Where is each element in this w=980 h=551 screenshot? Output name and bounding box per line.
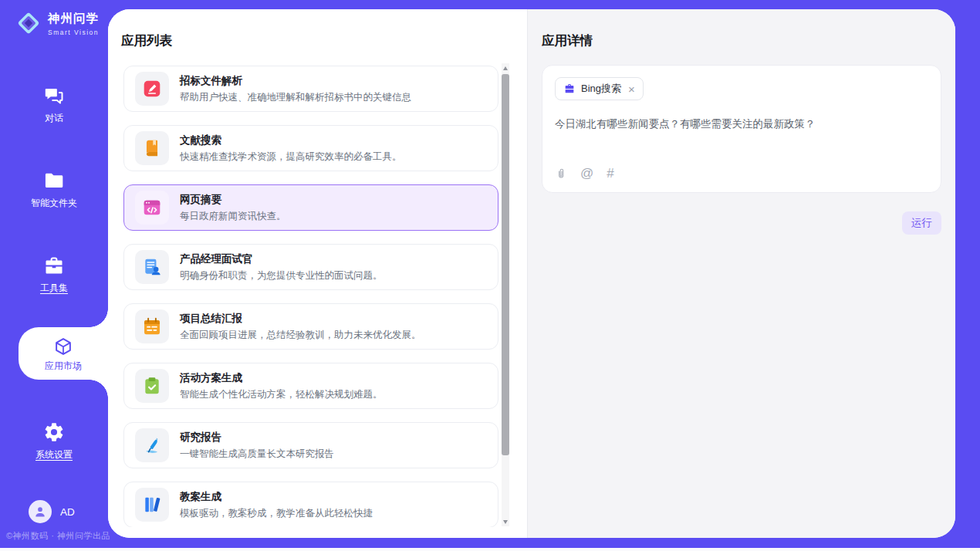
app-card-title: 项目总结汇报	[180, 312, 421, 326]
person-icon[interactable]	[29, 500, 52, 523]
app-card-title: 活动方案生成	[180, 371, 383, 385]
brand-name: 神州问学	[48, 11, 99, 27]
app-card-pm-interviewer[interactable]: 产品经理面试官 明确身份和职责，为您提供专业性的面试问题。	[123, 244, 498, 290]
hash-icon[interactable]: #	[607, 167, 613, 180]
scrollbar[interactable]	[502, 63, 509, 526]
app-card-title: 招标文件解析	[180, 74, 411, 88]
sidebar-item-label: 应用市场	[45, 360, 82, 373]
app-card-title: 教案生成	[180, 490, 373, 504]
composer-toolbar: @ #	[555, 167, 614, 180]
app-detail-title: 应用详情	[542, 32, 941, 48]
tool-chip[interactable]: Bing搜索 ×	[555, 77, 644, 100]
gear-icon	[0, 421, 108, 443]
main-content: 应用列表 招标文件解析 帮助用户快速、准确地理解和解析招标书中的关键信息 文献搜…	[108, 9, 955, 538]
app-list-panel: 应用列表 招标文件解析 帮助用户快速、准确地理解和解析招标书中的关键信息 文献搜…	[108, 9, 527, 538]
user-label: AD	[60, 506, 75, 518]
calendar-icon	[135, 309, 169, 343]
at-sign-icon[interactable]: @	[580, 167, 593, 180]
app-card-bid-document-analysis[interactable]: 招标文件解析 帮助用户快速、准确地理解和解析招标书中的关键信息	[123, 66, 498, 112]
run-button[interactable]: 运行	[902, 211, 941, 235]
app-card-list: 招标文件解析 帮助用户快速、准确地理解和解析招标书中的关键信息 文献搜索 快速精…	[123, 66, 498, 527]
close-icon[interactable]: ×	[628, 83, 635, 95]
app-card-description: 帮助用户快速、准确地理解和解析招标书中的关键信息	[180, 91, 411, 104]
clipboard-check-icon	[135, 369, 169, 403]
sidebar-item-label: 工具集	[40, 282, 68, 295]
cube-icon	[53, 336, 73, 357]
app-card-description: 一键智能生成高质量长文本研究报告	[180, 448, 334, 461]
sidebar-item-label: 对话	[45, 112, 63, 125]
sidebar-item-smart-folders[interactable]: 智能文件夹	[0, 170, 108, 210]
brand-logo: 神州问学 Smart Vision	[15, 10, 99, 36]
copyright-footer: ©神州数码 · 神州问学出品	[6, 530, 110, 542]
toolbox-icon	[0, 255, 108, 276]
sidebar-item-chat[interactable]: 对话	[0, 85, 108, 125]
scroll-down-arrow[interactable]	[502, 517, 509, 526]
interview-icon	[135, 250, 169, 284]
scroll-up-arrow[interactable]	[502, 63, 509, 73]
app-card-research-report[interactable]: 研究报告 一键智能生成高质量长文本研究报告	[123, 422, 498, 468]
books-icon	[135, 488, 169, 522]
sidebar-item-app-market[interactable]: 应用市场	[19, 327, 108, 380]
app-card-project-summary-report[interactable]: 项目总结汇报 全面回顾项目进展，总结经验教训，助力未来优化发展。	[123, 303, 498, 350]
app-card-description: 模板驱动，教案秒成，教学准备从此轻松快捷	[180, 507, 373, 520]
app-card-title: 产品经理面试官	[180, 252, 383, 266]
app-card-description: 快速精准查找学术资源，提高研究效率的必备工具。	[180, 150, 402, 164]
app-card-literature-search[interactable]: 文献搜索 快速精准查找学术资源，提高研究效率的必备工具。	[123, 125, 498, 171]
app-card-description: 每日政府新闻资讯快查。	[180, 210, 286, 223]
sidebar-item-settings[interactable]: 系统设置	[0, 421, 108, 461]
research-icon	[135, 428, 169, 462]
scroll-thumb[interactable]	[502, 74, 509, 455]
app-list-title: 应用列表	[121, 32, 527, 48]
app-card-event-plan-generator[interactable]: 活动方案生成 智能生成个性化活动方案，轻松解决规划难题。	[123, 363, 498, 409]
tool-chip-label: Bing搜索	[581, 82, 621, 96]
user-account[interactable]: AD	[29, 500, 75, 523]
sidebar: 神州问学 Smart Vision 对话 智能文件夹 工具集 应用市场 系统设置…	[0, 0, 108, 551]
chat-icon	[0, 85, 108, 106]
app-card-title: 研究报告	[180, 431, 334, 445]
run-row: 运行	[542, 211, 941, 235]
app-card-description: 全面回顾项目进展，总结经验教训，助力未来优化发展。	[180, 329, 421, 342]
app-card-title: 网页摘要	[180, 193, 286, 207]
paperclip-icon[interactable]	[555, 167, 567, 180]
prompt-card: Bing搜索 × 今日湖北有哪些新闻要点？有哪些需要关注的最新政策？ @ #	[542, 65, 941, 193]
app-card-description: 智能生成个性化活动方案，轻松解决规划难题。	[180, 388, 383, 401]
app-card-lesson-plan-generator[interactable]: 教案生成 模板驱动，教案秒成，教学准备从此轻松快捷	[123, 482, 498, 527]
brand-tagline: Smart Vision	[48, 29, 99, 36]
app-card-title: 文献搜索	[180, 134, 402, 147]
sidebar-item-label: 系统设置	[35, 448, 73, 461]
query-text[interactable]: 今日湖北有哪些新闻要点？有哪些需要关注的最新政策？	[555, 117, 816, 131]
diamond-logo-icon	[15, 10, 42, 36]
app-detail-panel: 应用详情 Bing搜索 × 今日湖北有哪些新闻要点？有哪些需要关注的最新政策？ …	[527, 9, 955, 538]
briefcase-icon	[563, 83, 576, 95]
sidebar-item-toolset[interactable]: 工具集	[0, 255, 108, 295]
app-card-description: 明确身份和职责，为您提供专业性的面试问题。	[180, 269, 383, 282]
app-card-webpage-summary[interactable]: 网页摘要 每日政府新闻资讯快查。	[123, 184, 498, 231]
doc-edit-icon	[135, 72, 169, 106]
webpage-icon	[135, 191, 169, 225]
sidebar-item-label: 智能文件夹	[31, 197, 77, 210]
book-icon	[135, 131, 169, 165]
folder-icon	[0, 170, 108, 191]
